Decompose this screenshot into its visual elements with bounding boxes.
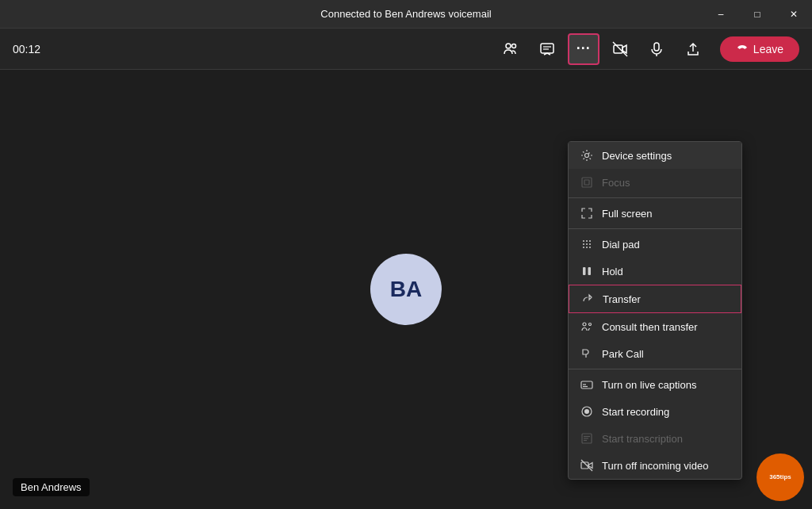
dial-pad-icon xyxy=(580,237,594,251)
menu-item-start-recording-label: Start recording xyxy=(602,406,669,418)
menu-item-device-settings[interactable]: Device settings xyxy=(569,142,741,169)
share-button[interactable] xyxy=(677,33,709,65)
menu-item-consult-transfer[interactable]: Consult then transfer xyxy=(569,313,741,340)
leave-button[interactable]: Leave xyxy=(720,36,799,62)
video-button[interactable] xyxy=(604,33,636,65)
start-recording-icon xyxy=(580,404,594,419)
svg-point-0 xyxy=(506,44,511,48)
menu-item-park-call-label: Park Call xyxy=(602,348,644,360)
call-area: BA Ben Andrews Device settingsFocusFull … xyxy=(0,70,812,509)
title-bar: Connected to Ben Andrews voicemail – □ ✕ xyxy=(0,0,812,29)
close-button[interactable]: ✕ xyxy=(776,0,812,29)
svg-rect-22 xyxy=(588,267,592,275)
hold-icon xyxy=(580,264,594,278)
365tips-badge: 365tips xyxy=(756,454,804,501)
focus-icon xyxy=(580,175,594,189)
menu-item-transfer[interactable]: Transfer xyxy=(569,285,741,313)
live-captions-icon xyxy=(580,377,594,392)
menu-item-park-call[interactable]: Park Call xyxy=(569,340,741,367)
svg-point-20 xyxy=(589,247,591,248)
device-settings-icon xyxy=(580,148,594,163)
svg-point-14 xyxy=(589,240,591,242)
menu-divider xyxy=(569,228,741,229)
menu-item-dial-pad[interactable]: Dial pad xyxy=(569,231,741,258)
svg-rect-11 xyxy=(584,180,589,185)
menu-divider xyxy=(569,197,741,198)
menu-item-live-captions-label: Turn on live captions xyxy=(602,379,696,391)
svg-rect-21 xyxy=(583,267,586,275)
more-dropdown-menu: Device settingsFocusFull screenDial padH… xyxy=(568,141,742,480)
turn-off-video-icon xyxy=(580,458,594,473)
park-call-icon xyxy=(580,346,594,361)
avatar: BA xyxy=(370,254,442,325)
window-controls: – □ ✕ xyxy=(703,0,812,29)
menu-item-focus: Focus xyxy=(569,169,741,196)
caller-name-label: Ben Andrews xyxy=(13,478,90,496)
svg-line-35 xyxy=(581,460,592,471)
full-screen-icon xyxy=(580,206,594,220)
window-title: Connected to Ben Andrews voicemail xyxy=(320,8,491,20)
menu-divider xyxy=(569,369,741,369)
menu-item-start-transcription-label: Start transcription xyxy=(602,433,683,445)
consult-transfer-icon xyxy=(580,320,594,334)
menu-item-consult-transfer-label: Consult then transfer xyxy=(602,321,698,333)
menu-item-full-screen-label: Full screen xyxy=(602,208,653,220)
svg-point-29 xyxy=(584,409,589,414)
menu-item-hold[interactable]: Hold xyxy=(569,258,741,285)
svg-point-19 xyxy=(586,247,588,248)
svg-point-13 xyxy=(586,240,588,242)
svg-point-1 xyxy=(511,44,515,48)
transfer-icon xyxy=(580,292,595,306)
menu-item-start-transcription: Start transcription xyxy=(569,425,741,452)
svg-point-18 xyxy=(583,247,584,248)
chat-button[interactable] xyxy=(531,33,563,65)
minimize-button[interactable]: – xyxy=(703,0,739,29)
call-bar: 00:12 ··· xyxy=(0,29,812,70)
maximize-button[interactable]: □ xyxy=(739,0,776,29)
call-controls: ··· xyxy=(495,33,799,65)
people-button[interactable] xyxy=(495,33,527,65)
svg-point-17 xyxy=(589,243,591,245)
more-button[interactable]: ··· xyxy=(568,33,599,65)
menu-item-dial-pad-label: Dial pad xyxy=(602,239,640,251)
menu-item-turn-off-video-label: Turn off incoming video xyxy=(602,460,708,472)
mute-button[interactable] xyxy=(641,33,672,65)
svg-point-24 xyxy=(589,323,592,326)
call-timer: 00:12 xyxy=(13,43,495,55)
svg-rect-2 xyxy=(541,44,553,53)
menu-item-start-recording[interactable]: Start recording xyxy=(569,398,741,425)
svg-rect-7 xyxy=(654,43,659,51)
svg-point-12 xyxy=(583,240,584,242)
menu-item-transfer-label: Transfer xyxy=(603,293,641,305)
menu-item-live-captions[interactable]: Turn on live captions xyxy=(569,371,741,398)
menu-item-hold-label: Hold xyxy=(602,266,623,277)
start-transcription-icon xyxy=(580,431,594,446)
menu-item-device-settings-label: Device settings xyxy=(602,150,672,162)
leave-label: Leave xyxy=(753,43,783,55)
svg-line-6 xyxy=(613,42,627,56)
svg-point-9 xyxy=(585,154,589,158)
menu-item-full-screen[interactable]: Full screen xyxy=(569,200,741,227)
svg-rect-10 xyxy=(582,178,592,187)
svg-point-16 xyxy=(586,243,588,245)
menu-item-turn-off-video[interactable]: Turn off incoming video xyxy=(569,452,741,479)
menu-item-focus-label: Focus xyxy=(602,177,630,189)
avatar-initials: BA xyxy=(390,277,422,302)
svg-point-23 xyxy=(583,323,586,326)
svg-point-15 xyxy=(583,243,584,245)
